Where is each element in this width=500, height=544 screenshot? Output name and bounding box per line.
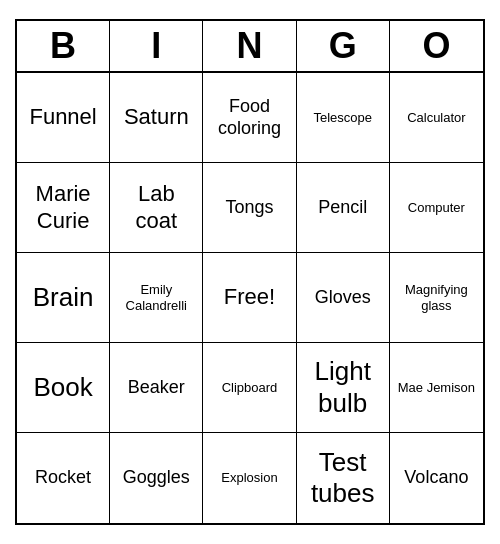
bingo-cell[interactable]: Saturn (110, 73, 203, 163)
cell-label: Telescope (313, 110, 372, 126)
bingo-cell[interactable]: Volcano (390, 433, 483, 523)
cell-label: Light bulb (301, 356, 385, 418)
cell-label: Magnifying glass (394, 282, 479, 313)
cell-label: Funnel (29, 104, 96, 130)
bingo-cell[interactable]: Goggles (110, 433, 203, 523)
cell-label: Mae Jemison (398, 380, 475, 396)
cell-label: Beaker (128, 377, 185, 399)
cell-label: Gloves (315, 287, 371, 309)
bingo-cell[interactable]: Emily Calandrelli (110, 253, 203, 343)
header-letter: G (297, 21, 390, 71)
cell-label: Food coloring (207, 96, 291, 139)
bingo-cell[interactable]: Calculator (390, 73, 483, 163)
cell-label: Emily Calandrelli (114, 282, 198, 313)
bingo-cell[interactable]: Funnel (17, 73, 110, 163)
cell-label: Pencil (318, 197, 367, 219)
header-letter: I (110, 21, 203, 71)
bingo-cell[interactable]: Mae Jemison (390, 343, 483, 433)
cell-label: Book (33, 372, 92, 403)
bingo-cell[interactable]: Marie Curie (17, 163, 110, 253)
bingo-cell[interactable]: Pencil (297, 163, 390, 253)
bingo-header: BINGO (17, 21, 483, 73)
bingo-cell[interactable]: Light bulb (297, 343, 390, 433)
header-letter: N (203, 21, 296, 71)
bingo-cell[interactable]: Rocket (17, 433, 110, 523)
header-letter: B (17, 21, 110, 71)
bingo-cell[interactable]: Magnifying glass (390, 253, 483, 343)
bingo-cell[interactable]: Brain (17, 253, 110, 343)
bingo-grid: FunnelSaturnFood coloringTelescopeCalcul… (17, 73, 483, 523)
cell-label: Lab coat (114, 181, 198, 234)
header-letter: O (390, 21, 483, 71)
cell-label: Marie Curie (21, 181, 105, 234)
bingo-cell[interactable]: Food coloring (203, 73, 296, 163)
bingo-cell[interactable]: Tongs (203, 163, 296, 253)
cell-label: Volcano (404, 467, 468, 489)
cell-label: Test tubes (301, 447, 385, 509)
bingo-cell[interactable]: Test tubes (297, 433, 390, 523)
cell-label: Brain (33, 282, 94, 313)
cell-label: Explosion (221, 470, 277, 486)
bingo-cell[interactable]: Telescope (297, 73, 390, 163)
bingo-cell[interactable]: Book (17, 343, 110, 433)
cell-label: Calculator (407, 110, 466, 126)
bingo-cell[interactable]: Clipboard (203, 343, 296, 433)
bingo-cell[interactable]: Computer (390, 163, 483, 253)
cell-label: Computer (408, 200, 465, 216)
cell-label: Free! (224, 284, 275, 310)
cell-label: Tongs (225, 197, 273, 219)
bingo-cell[interactable]: Lab coat (110, 163, 203, 253)
bingo-cell[interactable]: Beaker (110, 343, 203, 433)
bingo-cell[interactable]: Free! (203, 253, 296, 343)
cell-label: Clipboard (222, 380, 278, 396)
cell-label: Goggles (123, 467, 190, 489)
cell-label: Rocket (35, 467, 91, 489)
bingo-cell[interactable]: Explosion (203, 433, 296, 523)
cell-label: Saturn (124, 104, 189, 130)
bingo-cell[interactable]: Gloves (297, 253, 390, 343)
bingo-card: BINGO FunnelSaturnFood coloringTelescope… (15, 19, 485, 525)
